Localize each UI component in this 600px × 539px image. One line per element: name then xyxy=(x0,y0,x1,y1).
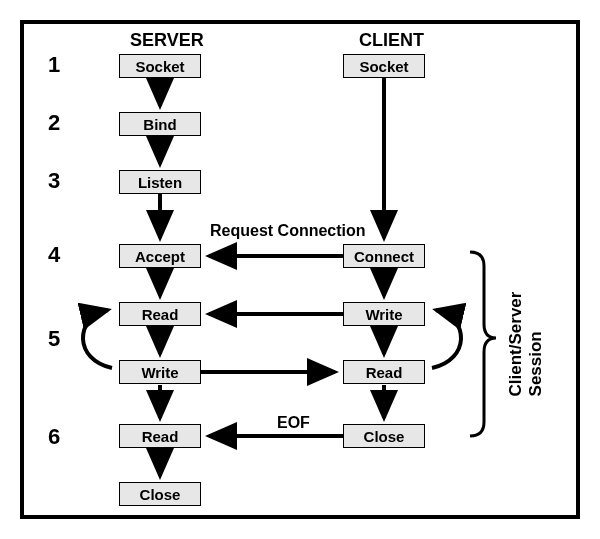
diagram-frame: SERVER CLIENT 1 2 3 4 5 6 Socket Bind Li… xyxy=(20,20,580,519)
arrows-layer xyxy=(24,24,576,515)
